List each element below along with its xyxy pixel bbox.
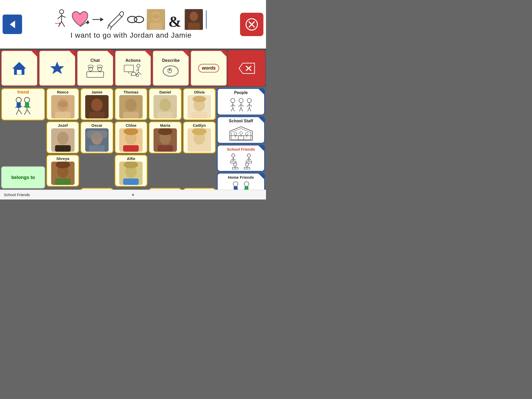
people-icon: [228, 96, 254, 113]
svg-point-82: [159, 98, 171, 111]
svg-line-46: [138, 72, 141, 75]
svg-line-145: [238, 105, 241, 107]
svg-rect-110: [55, 178, 71, 185]
svg-rect-94: [89, 145, 105, 152]
svg-rect-74: [55, 112, 71, 118]
svg-line-3: [58, 16, 62, 19]
blue-corner-home-friends: [258, 174, 264, 179]
svg-line-142: [233, 108, 234, 111]
svg-line-146: [241, 105, 244, 106]
chloe-photo: [119, 128, 143, 152]
nav-words[interactable]: words: [190, 50, 227, 86]
svg-point-64: [24, 97, 30, 103]
header: & I want to go with Jordan and Jamie: [0, 0, 266, 49]
thomas-photo: [119, 95, 143, 118]
daniel-label: Daniel: [159, 90, 171, 94]
blue-corner-school-friends: [258, 145, 264, 151]
person-jozef[interactable]: Jozef: [46, 121, 79, 154]
status-dot: [132, 194, 134, 196]
svg-line-151: [247, 105, 249, 107]
belongs-to-cell[interactable]: belongs to: [1, 166, 45, 189]
side-people[interactable]: People: [217, 88, 265, 115]
person-chloe[interactable]: Chloe: [115, 121, 148, 154]
person-shreya[interactable]: Shreya: [46, 155, 79, 187]
person-daniel[interactable]: Daniel: [149, 88, 182, 120]
svg-point-178: [245, 163, 249, 166]
person-thomas[interactable]: Thomas: [115, 88, 148, 120]
symbol-i: [55, 9, 69, 30]
oscar-label: Oscar: [91, 123, 103, 128]
nav-describe-label: Describe: [162, 58, 180, 63]
home-friends-icon: [228, 181, 254, 190]
svg-rect-40: [124, 65, 134, 72]
side-school-staff[interactable]: School Staff: [217, 116, 265, 144]
symbol-row: &: [55, 9, 208, 30]
svg-line-68: [24, 110, 27, 115]
main-area: friend: [0, 87, 266, 190]
svg-line-140: [233, 105, 235, 106]
describe-icon: [161, 64, 181, 78]
symbol-to: [91, 9, 104, 30]
svg-point-39: [97, 65, 102, 68]
chloe-label: Chloe: [126, 123, 137, 128]
person-caitlyn[interactable]: Caitlyn: [183, 121, 216, 154]
person-maria[interactable]: Maria: [149, 121, 182, 154]
empty-r4-c3: [115, 188, 148, 190]
nav-chat[interactable]: Chat: [77, 50, 114, 86]
center-grid: Reece Jamie Thomas Daniel Olivia: [46, 88, 216, 189]
svg-marker-0: [10, 21, 15, 28]
empty-r4-c1: [46, 188, 79, 190]
svg-line-15: [110, 27, 111, 30]
person-jamie[interactable]: Jamie: [80, 88, 113, 120]
belongs-to-label: belongs to: [11, 175, 35, 180]
svg-line-5: [58, 22, 62, 27]
person-alfie[interactable]: Alfie: [115, 155, 148, 187]
people-label: People: [234, 90, 248, 95]
close-button[interactable]: [240, 13, 263, 36]
person-jordan[interactable]: Jordan: [80, 188, 113, 190]
svg-point-149: [247, 98, 251, 103]
svg-line-6: [62, 22, 65, 27]
person-emma[interactable]: Emma: [149, 188, 182, 190]
nav-actions[interactable]: Actions: [115, 50, 152, 86]
svg-rect-21: [150, 23, 162, 30]
svg-point-17: [134, 16, 144, 23]
svg-rect-77: [89, 112, 105, 118]
friend-label: friend: [17, 90, 29, 95]
school-staff-label: School Staff: [229, 119, 253, 123]
svg-point-188: [244, 182, 249, 186]
svg-point-89: [57, 132, 69, 145]
person-me-you[interactable]: Me, you: [183, 188, 216, 190]
empty-r3-c4: [149, 155, 182, 187]
back-button[interactable]: [3, 15, 22, 34]
svg-line-154: [249, 108, 251, 111]
svg-marker-13: [100, 17, 104, 22]
home-icon: [12, 61, 27, 75]
symbol-and: &: [167, 9, 183, 30]
actions-icon: [123, 64, 143, 78]
svg-point-51: [163, 66, 178, 76]
nav-delete[interactable]: [228, 50, 265, 86]
side-home-friends[interactable]: Home Friends: [217, 173, 265, 190]
friend-icon: [9, 95, 37, 119]
sentence-text: I want to go with Jordan and Jamie: [70, 31, 192, 39]
nav-home[interactable]: [1, 50, 38, 86]
svg-point-42: [137, 64, 140, 68]
nav-describe[interactable]: Describe: [152, 50, 189, 86]
svg-marker-32: [50, 62, 64, 74]
svg-line-69: [27, 110, 30, 114]
side-school-friends[interactable]: School Friends: [217, 145, 265, 172]
svg-line-168: [233, 158, 235, 160]
person-oscar[interactable]: Oscar: [80, 121, 113, 154]
svg-rect-33: [87, 72, 104, 77]
person-reece[interactable]: Reece: [46, 88, 79, 120]
nav-actions-label: Actions: [125, 58, 141, 63]
nav-favorites[interactable]: [39, 50, 76, 86]
person-olivia[interactable]: Olivia: [183, 88, 216, 120]
jamie-label: Jamie: [91, 90, 103, 94]
person-friend[interactable]: friend: [1, 88, 45, 121]
svg-rect-70: [25, 103, 29, 108]
blue-corner-staff: [258, 117, 264, 123]
svg-line-14: [108, 25, 109, 29]
svg-point-53: [169, 69, 171, 71]
